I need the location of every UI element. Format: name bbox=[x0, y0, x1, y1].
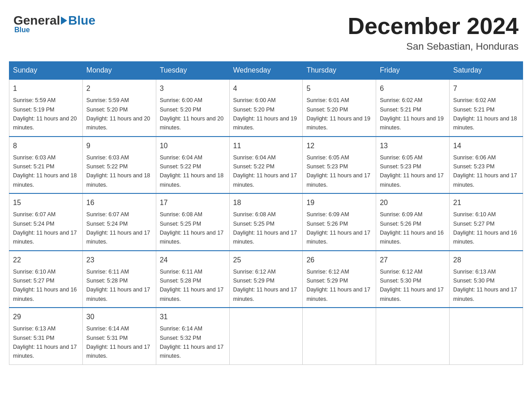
table-row: 9Sunrise: 6:03 AMSunset: 5:22 PMDaylight… bbox=[82, 137, 156, 194]
day-info: Sunrise: 6:08 AMSunset: 5:25 PMDaylight:… bbox=[233, 211, 297, 245]
col-wednesday: Wednesday bbox=[229, 62, 303, 80]
day-info: Sunrise: 6:08 AMSunset: 5:25 PMDaylight:… bbox=[160, 211, 223, 245]
table-row: 5Sunrise: 6:01 AMSunset: 5:20 PMDaylight… bbox=[303, 79, 376, 137]
day-number: 7 bbox=[453, 83, 519, 94]
table-row: 13Sunrise: 6:05 AMSunset: 5:23 PMDayligh… bbox=[376, 137, 450, 194]
title-section: December 2024 San Sebastian, Honduras bbox=[348, 13, 519, 52]
day-info: Sunrise: 6:12 AMSunset: 5:30 PMDaylight:… bbox=[380, 269, 443, 302]
calendar-week-row: 29Sunrise: 6:13 AMSunset: 5:31 PMDayligh… bbox=[9, 308, 523, 364]
day-number: 14 bbox=[453, 141, 519, 151]
day-number: 22 bbox=[13, 255, 79, 265]
day-info: Sunrise: 6:11 AMSunset: 5:28 PMDaylight:… bbox=[86, 269, 150, 302]
day-number: 16 bbox=[86, 197, 152, 208]
col-tuesday: Tuesday bbox=[156, 62, 229, 80]
day-number: 25 bbox=[233, 255, 299, 265]
day-number: 20 bbox=[380, 197, 446, 208]
day-info: Sunrise: 6:09 AMSunset: 5:26 PMDaylight:… bbox=[380, 211, 443, 245]
day-info: Sunrise: 6:14 AMSunset: 5:32 PMDaylight:… bbox=[160, 325, 223, 359]
table-row: 30Sunrise: 6:14 AMSunset: 5:31 PMDayligh… bbox=[82, 308, 156, 364]
day-info: Sunrise: 6:07 AMSunset: 5:24 PMDaylight:… bbox=[13, 211, 77, 245]
month-title: December 2024 bbox=[348, 13, 519, 39]
table-row: 17Sunrise: 6:08 AMSunset: 5:25 PMDayligh… bbox=[156, 193, 229, 251]
table-row: 8Sunrise: 6:03 AMSunset: 5:21 PMDaylight… bbox=[9, 137, 83, 194]
day-number: 31 bbox=[160, 312, 226, 322]
day-info: Sunrise: 6:11 AMSunset: 5:28 PMDaylight:… bbox=[160, 269, 223, 302]
day-info: Sunrise: 6:10 AMSunset: 5:27 PMDaylight:… bbox=[453, 211, 517, 245]
table-row: 18Sunrise: 6:08 AMSunset: 5:25 PMDayligh… bbox=[229, 193, 303, 251]
table-row: 16Sunrise: 6:07 AMSunset: 5:24 PMDayligh… bbox=[82, 193, 156, 251]
col-saturday: Saturday bbox=[450, 62, 523, 80]
day-number: 19 bbox=[306, 197, 372, 208]
day-info: Sunrise: 6:09 AMSunset: 5:26 PMDaylight:… bbox=[306, 211, 370, 245]
day-number: 11 bbox=[233, 141, 299, 151]
calendar-week-row: 1Sunrise: 5:59 AMSunset: 5:19 PMDaylight… bbox=[9, 79, 523, 137]
col-thursday: Thursday bbox=[303, 62, 376, 80]
day-number: 4 bbox=[233, 83, 299, 94]
calendar-week-row: 15Sunrise: 6:07 AMSunset: 5:24 PMDayligh… bbox=[9, 193, 523, 251]
table-row: 4Sunrise: 6:00 AMSunset: 5:20 PMDaylight… bbox=[229, 79, 303, 137]
logo-arrow-icon bbox=[61, 17, 67, 25]
col-sunday: Sunday bbox=[9, 62, 83, 80]
table-row: 26Sunrise: 6:12 AMSunset: 5:29 PMDayligh… bbox=[303, 251, 376, 308]
day-info: Sunrise: 6:02 AMSunset: 5:21 PMDaylight:… bbox=[453, 97, 517, 131]
day-number: 8 bbox=[13, 141, 79, 151]
day-info: Sunrise: 6:01 AMSunset: 5:20 PMDaylight:… bbox=[306, 97, 370, 131]
day-number: 24 bbox=[160, 255, 226, 265]
day-number: 26 bbox=[306, 255, 372, 265]
day-info: Sunrise: 6:13 AMSunset: 5:30 PMDaylight:… bbox=[453, 269, 517, 302]
table-row: 22Sunrise: 6:10 AMSunset: 5:27 PMDayligh… bbox=[9, 251, 83, 308]
table-row bbox=[450, 308, 523, 364]
table-row: 23Sunrise: 6:11 AMSunset: 5:28 PMDayligh… bbox=[82, 251, 156, 308]
table-row: 12Sunrise: 6:05 AMSunset: 5:23 PMDayligh… bbox=[303, 137, 376, 194]
day-info: Sunrise: 6:12 AMSunset: 5:29 PMDaylight:… bbox=[306, 269, 370, 302]
day-info: Sunrise: 6:00 AMSunset: 5:20 PMDaylight:… bbox=[233, 97, 297, 131]
day-info: Sunrise: 6:12 AMSunset: 5:29 PMDaylight:… bbox=[233, 269, 297, 302]
calendar-week-row: 22Sunrise: 6:10 AMSunset: 5:27 PMDayligh… bbox=[9, 251, 523, 308]
table-row: 27Sunrise: 6:12 AMSunset: 5:30 PMDayligh… bbox=[376, 251, 450, 308]
calendar-table: Sunday Monday Tuesday Wednesday Thursday… bbox=[9, 61, 523, 365]
table-row: 31Sunrise: 6:14 AMSunset: 5:32 PMDayligh… bbox=[156, 308, 229, 364]
table-row: 29Sunrise: 6:13 AMSunset: 5:31 PMDayligh… bbox=[9, 308, 83, 364]
table-row: 25Sunrise: 6:12 AMSunset: 5:29 PMDayligh… bbox=[229, 251, 303, 308]
table-row: 28Sunrise: 6:13 AMSunset: 5:30 PMDayligh… bbox=[450, 251, 523, 308]
day-info: Sunrise: 6:05 AMSunset: 5:23 PMDaylight:… bbox=[380, 154, 443, 188]
day-info: Sunrise: 6:03 AMSunset: 5:22 PMDaylight:… bbox=[86, 154, 150, 188]
day-number: 5 bbox=[306, 83, 372, 94]
table-row bbox=[376, 308, 450, 364]
day-number: 27 bbox=[380, 255, 446, 265]
table-row: 14Sunrise: 6:06 AMSunset: 5:23 PMDayligh… bbox=[450, 137, 523, 194]
day-number: 29 bbox=[13, 312, 79, 322]
day-number: 23 bbox=[86, 255, 152, 265]
table-row: 15Sunrise: 6:07 AMSunset: 5:24 PMDayligh… bbox=[9, 193, 83, 251]
day-info: Sunrise: 6:14 AMSunset: 5:31 PMDaylight:… bbox=[86, 325, 150, 359]
day-info: Sunrise: 6:03 AMSunset: 5:21 PMDaylight:… bbox=[13, 154, 77, 188]
table-row: 19Sunrise: 6:09 AMSunset: 5:26 PMDayligh… bbox=[303, 193, 376, 251]
day-number: 12 bbox=[306, 141, 372, 151]
logo-blue-text: Blue bbox=[68, 13, 95, 28]
table-row: 1Sunrise: 5:59 AMSunset: 5:19 PMDaylight… bbox=[9, 79, 83, 137]
day-number: 15 bbox=[13, 197, 79, 208]
day-number: 6 bbox=[380, 83, 446, 94]
table-row bbox=[229, 308, 303, 364]
table-row: 21Sunrise: 6:10 AMSunset: 5:27 PMDayligh… bbox=[450, 193, 523, 251]
day-info: Sunrise: 6:06 AMSunset: 5:23 PMDaylight:… bbox=[453, 154, 517, 188]
table-row bbox=[303, 308, 376, 364]
table-row: 6Sunrise: 6:02 AMSunset: 5:21 PMDaylight… bbox=[376, 79, 450, 137]
day-number: 30 bbox=[86, 312, 152, 322]
calendar-header-row: Sunday Monday Tuesday Wednesday Thursday… bbox=[9, 62, 523, 80]
table-row: 10Sunrise: 6:04 AMSunset: 5:22 PMDayligh… bbox=[156, 137, 229, 194]
day-info: Sunrise: 6:04 AMSunset: 5:22 PMDaylight:… bbox=[160, 154, 223, 188]
day-number: 3 bbox=[160, 83, 226, 94]
table-row: 24Sunrise: 6:11 AMSunset: 5:28 PMDayligh… bbox=[156, 251, 229, 308]
day-info: Sunrise: 6:10 AMSunset: 5:27 PMDaylight:… bbox=[13, 269, 77, 302]
day-info: Sunrise: 6:07 AMSunset: 5:24 PMDaylight:… bbox=[86, 211, 150, 245]
day-number: 13 bbox=[380, 141, 446, 151]
day-number: 1 bbox=[13, 83, 79, 94]
calendar-week-row: 8Sunrise: 6:03 AMSunset: 5:21 PMDaylight… bbox=[9, 137, 523, 194]
col-friday: Friday bbox=[376, 62, 450, 80]
table-row: 3Sunrise: 6:00 AMSunset: 5:20 PMDaylight… bbox=[156, 79, 229, 137]
location-title: San Sebastian, Honduras bbox=[348, 41, 519, 52]
day-number: 21 bbox=[453, 197, 519, 208]
table-row: 2Sunrise: 5:59 AMSunset: 5:20 PMDaylight… bbox=[82, 79, 156, 137]
day-number: 18 bbox=[233, 197, 299, 208]
